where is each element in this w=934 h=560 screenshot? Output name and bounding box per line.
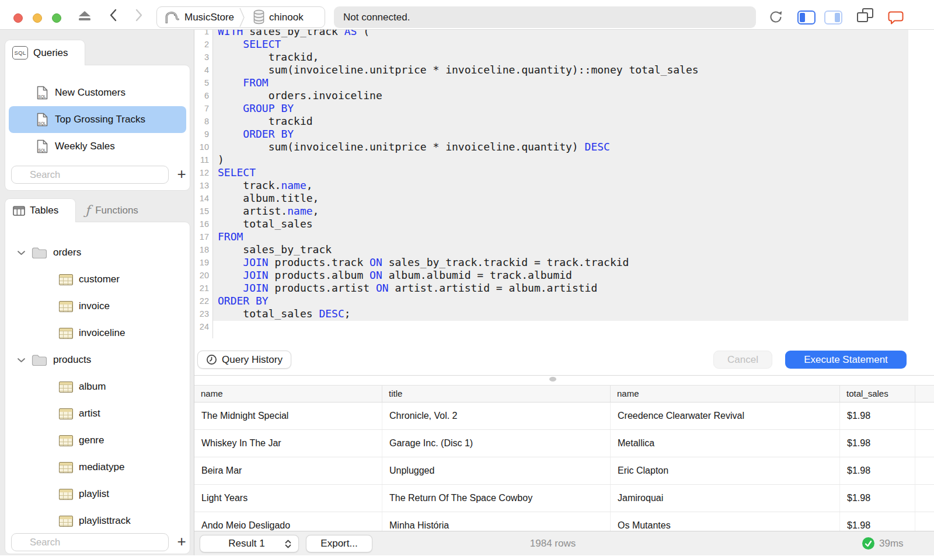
code-line: 7 GROUP BY: [194, 102, 934, 115]
table-item-invoiceline[interactable]: invoiceline: [5, 320, 190, 346]
line-number: 21: [194, 282, 209, 295]
sql-editor[interactable]: 1WITH sales_by_track AS (2 SELECT3 track…: [194, 29, 934, 346]
folder-icon: [32, 354, 47, 366]
table-row[interactable]: Beira MarUnpluggedEric Clapton$1.98: [194, 457, 934, 485]
cell[interactable]: $1.98: [840, 485, 915, 512]
code-lines: 1WITH sales_by_track AS (2 SELECT3 track…: [194, 29, 934, 333]
cancel-button[interactable]: Cancel: [713, 351, 772, 369]
table-item-customer[interactable]: customer: [5, 266, 190, 293]
close-button[interactable]: [13, 13, 23, 23]
sidebar-right-toggle-icon[interactable]: [824, 10, 842, 24]
breadcrumb-database[interactable]: chinook: [246, 9, 308, 25]
code-text: artist.name,: [209, 205, 319, 218]
query-history-button[interactable]: Query History: [197, 351, 291, 369]
back-icon[interactable]: [109, 8, 119, 22]
schema-search-input[interactable]: [11, 533, 169, 551]
code-line: 1WITH sales_by_track AS (: [194, 29, 934, 38]
results-header: nametitlenametotal_sales: [194, 385, 934, 402]
cell[interactable]: $1.98: [840, 430, 915, 457]
query-item-new-customers[interactable]: SQLNew Customers: [9, 79, 186, 106]
refresh-icon[interactable]: [768, 9, 783, 24]
table-item-playlist[interactable]: playlist: [5, 481, 190, 508]
cell[interactable]: Ando Meio Desligado: [194, 512, 382, 531]
forward-icon[interactable]: [134, 8, 143, 22]
cell[interactable]: $1.98: [840, 457, 915, 484]
line-number: 10: [194, 141, 209, 153]
folder-label: products: [53, 354, 91, 366]
cell[interactable]: The Return Of The Space Cowboy: [382, 485, 611, 512]
check-icon: [862, 537, 874, 550]
chevron-down-icon[interactable]: [17, 250, 26, 256]
add-table-button[interactable]: +: [175, 533, 189, 551]
cell[interactable]: The Midnight Special: [194, 402, 382, 429]
table-item-playlisttrack[interactable]: playlisttrack: [5, 508, 190, 534]
queries-search-input[interactable]: [11, 166, 169, 184]
cell[interactable]: $1.98: [840, 402, 915, 429]
cell[interactable]: Jamiroquai: [611, 485, 840, 512]
postgres-elephant-icon: [163, 10, 180, 24]
cell[interactable]: Unplugged: [382, 457, 611, 484]
windows-icon[interactable]: [857, 8, 873, 22]
table-row[interactable]: Whiskey In The JarGarage Inc. (Disc 1)Me…: [194, 430, 934, 457]
minimize-button[interactable]: [33, 13, 42, 23]
table-label: invoiceline: [79, 327, 125, 339]
cell[interactable]: Chronicle, Vol. 2: [382, 402, 611, 429]
code-line: 13 track.name,: [194, 179, 934, 192]
cell[interactable]: Metallica: [611, 430, 840, 457]
table-row[interactable]: Light YearsThe Return Of The Space Cowbo…: [194, 485, 934, 512]
line-number: 5: [194, 76, 209, 89]
cell[interactable]: Whiskey In The Jar: [194, 430, 382, 457]
schema-tree: orderscustomerinvoiceinvoicelineproducts…: [5, 222, 190, 534]
line-number: 12: [194, 166, 209, 179]
table-item-mediatype[interactable]: mediatype: [5, 454, 190, 481]
tab-queries[interactable]: SQL Queries: [5, 40, 85, 65]
table-icon: [59, 435, 73, 446]
export-button[interactable]: Export...: [306, 535, 372, 552]
result-selector[interactable]: Result 1: [200, 535, 299, 552]
table-item-album[interactable]: album: [5, 373, 190, 400]
cell[interactable]: Garage Inc. (Disc 1): [382, 430, 611, 457]
splitter-handle[interactable]: [549, 377, 556, 382]
table-icon: [59, 274, 73, 285]
table-item-genre[interactable]: genre: [5, 427, 190, 454]
add-query-button[interactable]: +: [175, 166, 189, 184]
cell[interactable]: Os Mutantes: [611, 512, 840, 531]
execute-statement-button[interactable]: Execute Statement: [785, 351, 907, 369]
cell[interactable]: Light Years: [194, 485, 382, 512]
query-item-weekly-sales[interactable]: SQLWeekly Sales: [9, 133, 186, 160]
table-item-artist[interactable]: artist: [5, 400, 190, 427]
cell[interactable]: Minha História: [382, 512, 611, 531]
tab-functions[interactable]: ƒ Functions: [76, 198, 138, 222]
code-line: 5 FROM: [194, 76, 934, 89]
eject-icon[interactable]: [78, 11, 91, 20]
table-row[interactable]: Ando Meio DesligadoMinha HistóriaOs Muta…: [194, 512, 934, 531]
column-header-total-sales-3[interactable]: total_sales: [840, 386, 915, 402]
tab-tables[interactable]: Tables: [5, 198, 76, 222]
schema-folder-orders[interactable]: orders: [5, 239, 190, 266]
cell[interactable]: Creedence Clearwater Revival: [611, 402, 840, 429]
table-row[interactable]: The Midnight SpecialChronicle, Vol. 2Cre…: [194, 402, 934, 430]
column-header-name-2[interactable]: name: [611, 386, 840, 402]
query-list: SQLNew CustomersSQLTop Grossing TracksSQ…: [5, 65, 190, 160]
column-header-name-0[interactable]: name: [194, 386, 382, 402]
line-number: 4: [194, 64, 209, 76]
sidebar-divider[interactable]: [194, 29, 194, 555]
chat-icon[interactable]: [887, 10, 905, 25]
sidebar-left-toggle-icon[interactable]: [797, 10, 815, 24]
chevron-down-icon[interactable]: [17, 358, 26, 363]
table-icon: [59, 301, 73, 312]
line-number: 18: [194, 243, 209, 256]
column-header-title-1[interactable]: title: [382, 386, 611, 402]
zoom-button[interactable]: [52, 13, 61, 23]
line-number: 8: [194, 115, 209, 128]
cell[interactable]: Beira Mar: [194, 457, 382, 484]
code-line: 17FROM: [194, 230, 934, 243]
breadcrumb-connection[interactable]: MusicStore: [157, 10, 239, 24]
schema-folder-products[interactable]: products: [5, 346, 190, 373]
query-item-top-grossing-tracks[interactable]: SQLTop Grossing Tracks: [9, 106, 186, 133]
table-item-invoice[interactable]: invoice: [5, 293, 190, 320]
svg-text:SQL: SQL: [39, 148, 47, 153]
cell[interactable]: $1.98: [840, 512, 915, 531]
cell[interactable]: Eric Clapton: [611, 457, 840, 484]
line-number: 23: [194, 307, 209, 320]
